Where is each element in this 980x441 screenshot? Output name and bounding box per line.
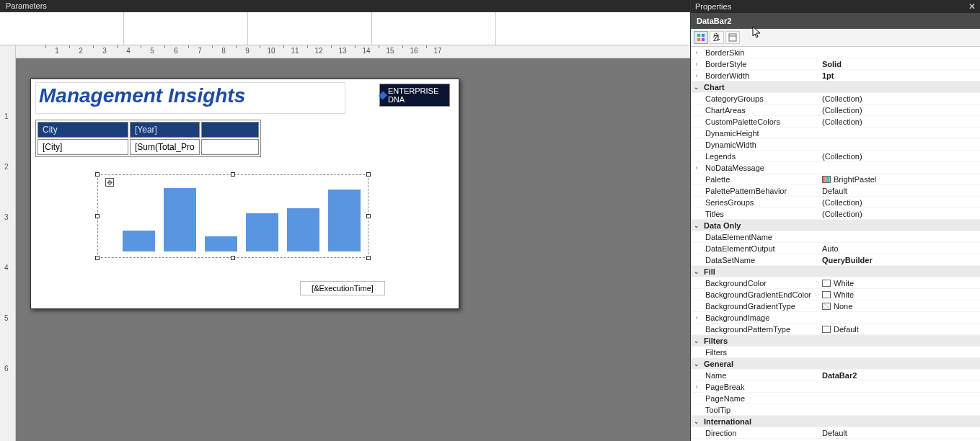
property-row[interactable]: CustomPaletteColors(Collection): [691, 116, 980, 128]
property-row[interactable]: ›NoDataMessage: [691, 162, 980, 174]
expand-icon[interactable]: ›: [691, 61, 702, 68]
property-row[interactable]: ›BorderStyleSolid: [691, 58, 980, 70]
property-value[interactable]: None: [822, 302, 980, 311]
tablix-cell-city[interactable]: [City]: [37, 139, 128, 155]
property-row[interactable]: BackgroundGradientTypeNone: [691, 300, 980, 312]
resize-handle[interactable]: [231, 172, 235, 177]
property-value[interactable]: (Collection): [822, 210, 980, 218]
property-value[interactable]: Default: [822, 429, 980, 437]
property-category[interactable]: ⌄International: [691, 416, 980, 427]
property-pages-button[interactable]: [725, 31, 740, 44]
property-row[interactable]: DataElementName: [691, 231, 980, 243]
property-row[interactable]: DynamicWidth: [691, 139, 980, 151]
expand-icon[interactable]: ⌄: [691, 337, 702, 344]
property-row[interactable]: DirectionDefault: [691, 427, 980, 439]
resize-handle[interactable]: [366, 214, 371, 218]
tablix-cell-sum[interactable]: [Sum(Total_Pro: [130, 139, 200, 155]
property-value[interactable]: QueryBuilder: [822, 256, 980, 264]
tablix[interactable]: City [Year] [City] [Sum(Total_Pro: [35, 120, 261, 157]
expand-icon[interactable]: ›: [691, 314, 702, 321]
expand-icon[interactable]: ⌄: [691, 418, 702, 425]
property-row[interactable]: SeriesGroups(Collection): [691, 197, 980, 208]
property-value[interactable]: Default: [822, 187, 980, 195]
property-row[interactable]: NameDataBar2: [691, 370, 980, 381]
property-value[interactable]: White: [822, 290, 980, 299]
property-category[interactable]: ⌄Fill: [691, 266, 980, 277]
report-design-surface[interactable]: Management Insights ENTERPRISE DNA City …: [30, 79, 459, 309]
property-value[interactable]: DataBar2: [822, 371, 980, 380]
close-icon[interactable]: ✕: [968, 1, 976, 12]
property-row[interactable]: ›BorderSkin: [691, 47, 980, 58]
expand-icon[interactable]: ⌄: [691, 268, 702, 275]
execution-time-textbox[interactable]: [&ExecutionTime]: [300, 281, 385, 295]
param-cell[interactable]: [248, 12, 372, 45]
property-value[interactable]: (Collection): [822, 198, 980, 207]
property-value[interactable]: Default: [822, 325, 980, 334]
properties-object-name[interactable]: DataBar2: [691, 13, 980, 29]
property-category[interactable]: ⌄Chart: [691, 81, 980, 93]
properties-grid[interactable]: ›BorderSkin›BorderStyleSolid›BorderWidth…: [691, 47, 980, 441]
property-row[interactable]: PaletteBrightPastel: [691, 174, 980, 185]
tablix-header-city[interactable]: City: [37, 122, 128, 138]
property-value[interactable]: BrightPastel: [822, 175, 980, 184]
property-value[interactable]: Solid: [822, 60, 980, 68]
property-row[interactable]: BackgroundColorWhite: [691, 277, 980, 289]
resize-handle[interactable]: [231, 256, 235, 260]
property-row[interactable]: Legends(Collection): [691, 151, 980, 162]
expand-icon[interactable]: ⌄: [691, 222, 702, 229]
property-value[interactable]: (Collection): [822, 152, 980, 161]
property-row[interactable]: ChartAreas(Collection): [691, 104, 980, 116]
expand-icon[interactable]: ›: [691, 164, 702, 172]
bar: [246, 213, 278, 251]
property-value[interactable]: 1pt: [822, 71, 980, 80]
property-row[interactable]: Filters: [691, 347, 980, 358]
property-category[interactable]: ⌄Data Only: [691, 220, 980, 231]
color-swatch-icon: [822, 291, 831, 298]
tablix-header-empty[interactable]: [201, 122, 259, 138]
resize-handle[interactable]: [366, 256, 371, 260]
property-row[interactable]: CategoryGroups(Collection): [691, 93, 980, 104]
color-swatch-icon: [822, 176, 831, 183]
resize-handle[interactable]: [95, 172, 100, 177]
resize-handle[interactable]: [95, 214, 100, 218]
property-value[interactable]: (Collection): [822, 117, 980, 126]
property-value[interactable]: (Collection): [822, 106, 980, 115]
expand-icon[interactable]: ⌄: [691, 84, 702, 91]
report-title-textbox[interactable]: Management Insights: [35, 82, 345, 114]
property-row[interactable]: BackgroundGradientEndColorWhite: [691, 289, 980, 300]
param-cell[interactable]: [372, 12, 496, 45]
expand-icon[interactable]: ›: [691, 49, 702, 56]
property-row[interactable]: ›BackgroundImage: [691, 312, 980, 324]
expand-icon[interactable]: ⌄: [691, 360, 702, 368]
property-value[interactable]: (Collection): [822, 94, 980, 103]
property-row[interactable]: ›PageBreak: [691, 381, 980, 393]
logo-image[interactable]: ENTERPRISE DNA: [379, 84, 450, 107]
property-row[interactable]: DataElementOutputAuto: [691, 243, 980, 254]
tablix-cell-empty[interactable]: [201, 139, 259, 155]
param-cell[interactable]: [0, 12, 124, 45]
property-row[interactable]: DataSetNameQueryBuilder: [691, 254, 980, 266]
param-cell[interactable]: [124, 12, 248, 45]
property-row[interactable]: BackgroundPatternTypeDefault: [691, 324, 980, 335]
property-value[interactable]: White: [822, 279, 980, 288]
property-row[interactable]: Titles(Collection): [691, 208, 980, 220]
svg-rect-1: [702, 34, 705, 37]
property-row[interactable]: PalettePatternBehaviorDefault: [691, 185, 980, 197]
move-handle-icon[interactable]: ✥: [105, 178, 114, 187]
categorized-view-button[interactable]: [694, 31, 708, 44]
property-name: DynamicWidth: [702, 141, 822, 149]
alphabetical-view-button[interactable]: AZ: [710, 31, 724, 44]
expand-icon[interactable]: ›: [691, 72, 702, 79]
property-row[interactable]: DynamicHeight: [691, 128, 980, 139]
chart-databar-selected[interactable]: ✥: [97, 174, 368, 258]
property-row[interactable]: PageName: [691, 393, 980, 404]
property-category[interactable]: ⌄Filters: [691, 335, 980, 347]
resize-handle[interactable]: [95, 256, 100, 260]
expand-icon[interactable]: ›: [691, 383, 702, 391]
property-value[interactable]: Auto: [822, 244, 980, 253]
property-category[interactable]: ⌄General: [691, 358, 980, 370]
property-row[interactable]: ToolTip: [691, 404, 980, 416]
tablix-header-year[interactable]: [Year]: [130, 122, 200, 138]
property-row[interactable]: ›BorderWidth1pt: [691, 70, 980, 81]
resize-handle[interactable]: [366, 172, 371, 177]
